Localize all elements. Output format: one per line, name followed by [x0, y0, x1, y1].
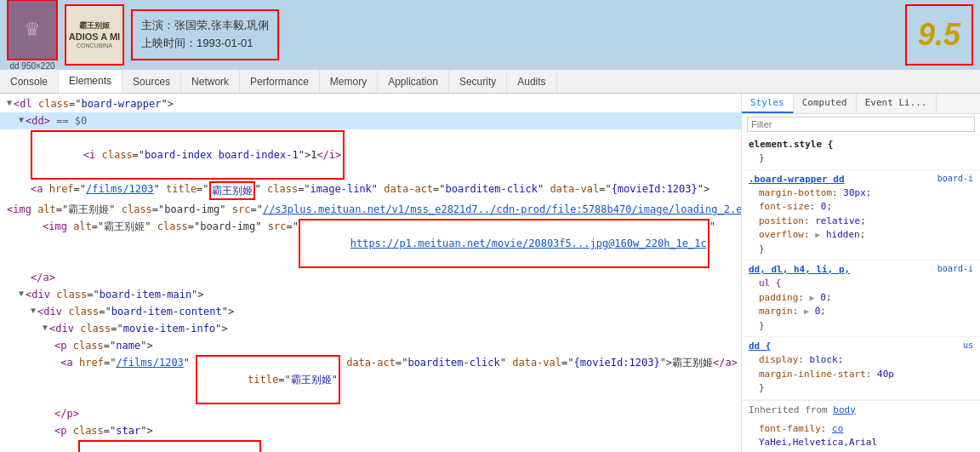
- rule-source-dd-dl[interactable]: board-i: [937, 264, 973, 273]
- style-rule-element: element.style { }: [742, 135, 980, 170]
- tab-application[interactable]: Application: [378, 70, 449, 93]
- selector-link-boardwrapper[interactable]: .board-wrapper dd: [749, 174, 845, 185]
- rule-prop-margin2: margin: ▶ 0;: [749, 305, 973, 319]
- body-font-link[interactable]: co: [832, 423, 843, 434]
- tab-memory[interactable]: Memory: [320, 70, 378, 93]
- sub-tab-computed[interactable]: Computed: [794, 94, 857, 113]
- crown-icon: ♛: [24, 19, 41, 41]
- style-rule-dd: dd { us display: block; margin-inline-st…: [742, 337, 980, 400]
- rule-ul-line: ul {: [759, 277, 782, 289]
- filter-input[interactable]: [747, 117, 975, 132]
- tab-security[interactable]: Security: [449, 70, 507, 93]
- html-line-1: ▼ <dl class="board-wrapper">: [0, 95, 741, 112]
- rule-prop-close2: }: [749, 243, 973, 257]
- score-number: 9.5: [918, 17, 960, 53]
- rule-header-dd: dd { us: [749, 340, 973, 352]
- rule-source-boardwrapper[interactable]: board-i: [937, 174, 973, 183]
- tab-network[interactable]: Network: [181, 70, 240, 93]
- tab-console[interactable]: Console: [0, 70, 59, 93]
- thumb2-image: 霸王别姬 ADIOS A MI CONCUBINA: [65, 4, 124, 66]
- style-rule-boardwrapper: .board-wrapper dd board-i margin-bottom:…: [742, 170, 980, 261]
- thumb2-concubina: CONCUBINA: [77, 43, 112, 49]
- inherited-from-link[interactable]: body: [833, 404, 856, 415]
- tab-audits[interactable]: Audits: [507, 70, 556, 93]
- rule-header-element: element.style {: [749, 139, 973, 150]
- style-rule-body: font-family: co YaHei,Helvetica,Arial: [742, 419, 980, 453]
- rule-prop-display: display: block;: [749, 353, 973, 368]
- body-prop-2: YaHei,Helvetica,Arial: [749, 436, 973, 450]
- preview-score-box: 9.5: [905, 4, 973, 66]
- rule-source-dd[interactable]: us: [963, 340, 973, 350]
- thumb2-adios: ADIOS A MI: [69, 31, 120, 43]
- sub-tab-event-listeners[interactable]: Event Li...: [857, 94, 937, 113]
- tab-sources[interactable]: Sources: [122, 70, 181, 93]
- thumb1-container: ♛ dd 950×220: [7, 0, 58, 71]
- rule-prop-ul: ul {: [749, 277, 973, 291]
- html-line-8: ▼ <div class="board-item-main">: [0, 286, 741, 303]
- sub-tab-styles[interactable]: Styles: [742, 94, 794, 113]
- html-line-12: <a href="/films/1203" title="霸王别姬" data-…: [0, 354, 741, 405]
- styles-sub-tabs: Styles Computed Event Li...: [742, 94, 980, 114]
- devtools-tabs: Console Elements Sources Network Perform…: [0, 70, 980, 94]
- rule-prop-close1: }: [749, 152, 973, 166]
- html-line-10: ▼ <div class="movie-item-info">: [0, 320, 741, 337]
- html-line-5: <img alt="霸王别姬" class="board-img" src="/…: [0, 201, 741, 218]
- selector-link-dd[interactable]: dd {: [749, 340, 772, 352]
- html-line-14: <p class="star">: [0, 422, 741, 439]
- rule-header-dd-dl: dd, dl, h4, li, p, board-i: [749, 264, 973, 275]
- rule-header-boardwrapper: .board-wrapper dd board-i: [749, 174, 973, 185]
- rule-prop-padding: padding: ▶ 0;: [749, 291, 973, 306]
- html-line-3: <i class="board-index board-index-1">1</…: [0, 129, 741, 180]
- rule-selector-dd: dd {: [749, 340, 772, 352]
- rule-prop-close3: }: [749, 319, 973, 334]
- rule-selector-boardwrapper: .board-wrapper dd: [749, 174, 845, 185]
- html-line-7: </a>: [0, 269, 741, 286]
- inherited-section: Inherited from body: [742, 400, 980, 419]
- html-line-11: <p class="name">: [0, 337, 741, 354]
- info-star: 主演：张国荣,张丰毅,巩俐: [141, 17, 269, 35]
- thumb1-image: ♛: [7, 0, 58, 60]
- html-line-15: 主演: 张国荣,张丰毅,巩俐: [0, 439, 741, 452]
- preview-area: ♛ dd 950×220 霸王别姬 ADIOS A MI CONCUBINA 主…: [0, 0, 980, 70]
- rule-prop-position: position: relative;: [749, 215, 973, 229]
- tab-performance[interactable]: Performance: [240, 70, 320, 93]
- thumb1-label: dd 950×220: [9, 61, 54, 71]
- rule-prop-margin: margin-bottom: 30px;: [749, 186, 973, 201]
- styles-panel: Styles Computed Event Li... element.styl…: [742, 94, 980, 452]
- html-line-13: </p>: [0, 405, 741, 422]
- inherited-label: Inherited from: [749, 404, 828, 415]
- expand-dl[interactable]: ▼: [7, 96, 12, 109]
- tab-elements[interactable]: Elements: [59, 70, 122, 93]
- rule-prop-overflow: overflow: ▶ hidden;: [749, 228, 973, 243]
- info-time: 上映时间：1993-01-01: [141, 35, 269, 53]
- selector-link-dd-dl[interactable]: dd, dl, h4, li, p,: [749, 264, 850, 275]
- rule-prop-margin-inline: margin-inline-start: 40p: [749, 368, 973, 382]
- rule-prop-close4: }: [749, 381, 973, 396]
- expand-dd[interactable]: ▼: [19, 113, 24, 126]
- thumb2-chinese: 霸王别姬: [79, 21, 110, 31]
- html-panel[interactable]: ▼ <dl class="board-wrapper"> ▼ <dd> == $…: [0, 94, 742, 452]
- rule-selector-dd-dl: dd, dl, h4, li, p,: [749, 264, 850, 275]
- html-line-2[interactable]: ▼ <dd> == $0: [0, 112, 741, 129]
- rule-prop-fontsize: font-size: 0;: [749, 200, 973, 215]
- preview-info-box: 主演：张国荣,张丰毅,巩俐 上映时间：1993-01-01: [131, 9, 279, 60]
- html-line-6: <img alt="霸王别姬" class="board-img" src=" …: [0, 218, 741, 269]
- html-line-4: <a href="/films/1203" title=" 霸王别姬 " cla…: [0, 180, 741, 201]
- filter-bar: [742, 114, 980, 135]
- rule-selector-element: element.style {: [749, 139, 833, 150]
- html-line-9: ▼ <div class="board-item-content">: [0, 303, 741, 320]
- devtools-content: ▼ <dl class="board-wrapper"> ▼ <dd> == $…: [0, 94, 980, 452]
- style-rule-dd-dl: dd, dl, h4, li, p, board-i ul { padding:…: [742, 260, 980, 337]
- body-prop-1: font-family: co: [749, 422, 973, 437]
